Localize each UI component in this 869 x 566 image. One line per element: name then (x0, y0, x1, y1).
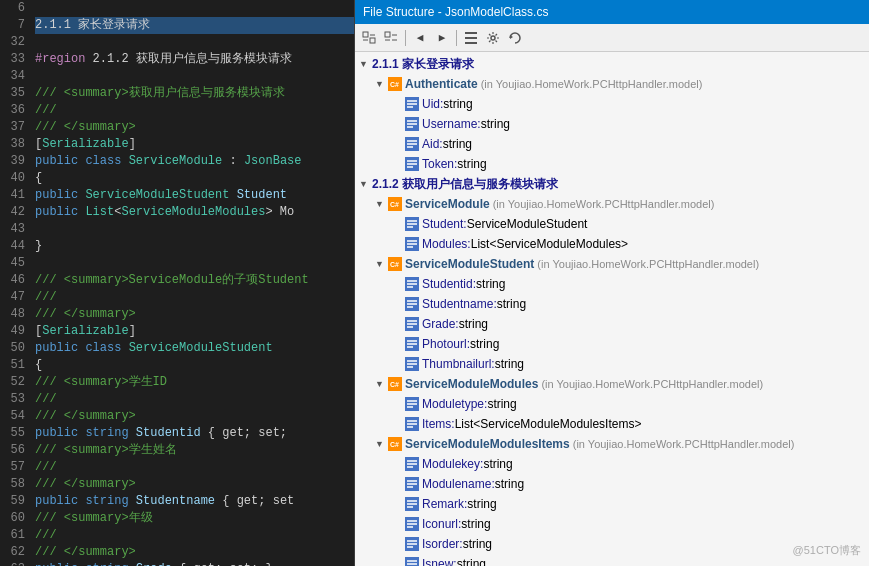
line-numbers: 6732333435363738394041424344454647484950… (0, 0, 30, 566)
field-item[interactable]: Student:ServiceModuleStudent (355, 214, 869, 234)
field-item[interactable]: Aid:string (355, 134, 869, 154)
code-line: /// </summary> (35, 544, 354, 561)
code-content: 6732333435363738394041424344454647484950… (0, 0, 354, 566)
field-name: Aid: (422, 135, 443, 153)
class-location: (in Youjiao.HomeWork.PCHttpHandler.model… (493, 195, 715, 213)
class-name: ServiceModuleStudent (405, 255, 534, 273)
code-panel: 6732333435363738394041424344454647484950… (0, 0, 355, 566)
field-name: Moduletype: (422, 395, 487, 413)
line-number: 52 (0, 374, 25, 391)
line-number: 48 (0, 306, 25, 323)
field-item[interactable]: Studentname:string (355, 294, 869, 314)
fs-content[interactable]: ▼2.1.1 家长登录请求▼C#Authenticate (in Youjiao… (355, 52, 869, 566)
field-item[interactable]: Items:List<ServiceModuleModulesItems> (355, 414, 869, 434)
svg-point-11 (491, 36, 495, 40)
navigate-back-button[interactable]: ◀ (410, 28, 430, 48)
code-line: public class ServiceModule : JsonBase (35, 153, 354, 170)
field-name: Isorder: (422, 535, 463, 553)
field-type: string (497, 295, 526, 313)
settings-button[interactable] (483, 28, 503, 48)
field-name: Modulekey: (422, 455, 483, 473)
svg-text:C#: C# (390, 261, 399, 268)
field-item[interactable]: Uid:string (355, 94, 869, 114)
code-line: /// </summary> (35, 408, 354, 425)
svg-text:C#: C# (390, 441, 399, 448)
code-line: /// (35, 102, 354, 119)
line-number: 46 (0, 272, 25, 289)
field-item[interactable]: Thumbnailurl:string (355, 354, 869, 374)
field-name: Token: (422, 155, 457, 173)
field-item[interactable]: Remark:string (355, 494, 869, 514)
field-name: Thumbnailurl: (422, 355, 495, 373)
main-container: 6732333435363738394041424344454647484950… (0, 0, 869, 566)
line-number: 34 (0, 68, 25, 85)
expand-all-button[interactable] (359, 28, 379, 48)
field-name: Photourl: (422, 335, 470, 353)
field-name: Studentname: (422, 295, 497, 313)
field-type: string (495, 475, 524, 493)
line-number: 37 (0, 119, 25, 136)
line-number: 61 (0, 527, 25, 544)
svg-text:C#: C# (390, 201, 399, 208)
field-name: Iconurl: (422, 515, 461, 533)
field-name: Student: (422, 215, 467, 233)
section-header[interactable]: ▼2.1.2 获取用户信息与服务模块请求 (355, 174, 869, 194)
code-line: /// </summary> (35, 476, 354, 493)
field-item[interactable]: Studentid:string (355, 274, 869, 294)
code-line: public List<ServiceModuleModules> Mo (35, 204, 354, 221)
line-number: 32 (0, 34, 25, 51)
line-number: 49 (0, 323, 25, 340)
field-item[interactable]: Modules:List<ServiceModuleModules> (355, 234, 869, 254)
field-name: Grade: (422, 315, 459, 333)
svg-text:C#: C# (390, 381, 399, 388)
section-header[interactable]: ▼2.1.1 家长登录请求 (355, 54, 869, 74)
line-number: 54 (0, 408, 25, 425)
field-type: string (457, 555, 486, 566)
field-type: string (463, 535, 492, 553)
class-name: ServiceModuleModulesItems (405, 435, 570, 453)
navigate-forward-button[interactable]: ▶ (432, 28, 452, 48)
class-name: Authenticate (405, 75, 478, 93)
code-line: /// (35, 459, 354, 476)
class-item[interactable]: ▼C#ServiceModuleModulesItems (in Youjiao… (355, 434, 869, 454)
line-number: 33 (0, 51, 25, 68)
code-line: #region 2.1.2 获取用户信息与服务模块请求 (35, 51, 354, 68)
class-location: (in Youjiao.HomeWork.PCHttpHandler.model… (541, 375, 763, 393)
field-item[interactable]: Username:string (355, 114, 869, 134)
class-location: (in Youjiao.HomeWork.PCHttpHandler.model… (537, 255, 759, 273)
code-line: public string Studentid { get; set; (35, 425, 354, 442)
line-number: 38 (0, 136, 25, 153)
field-type: string (443, 95, 472, 113)
class-item[interactable]: ▼C#ServiceModule (in Youjiao.HomeWork.PC… (355, 194, 869, 214)
field-item[interactable]: Token:string (355, 154, 869, 174)
watermark: @51CTO博客 (793, 543, 861, 558)
field-item[interactable]: Photourl:string (355, 334, 869, 354)
fs-wrapper: ▼2.1.1 家长登录请求▼C#Authenticate (in Youjiao… (355, 52, 869, 566)
svg-rect-4 (385, 32, 390, 37)
code-line: [Serializable] (35, 323, 354, 340)
line-number: 36 (0, 102, 25, 119)
options-button[interactable] (461, 28, 481, 48)
field-item[interactable]: Modulekey:string (355, 454, 869, 474)
file-structure-panel: File Structure - JsonModelClass.cs ◀ ▶ (355, 0, 869, 566)
field-item[interactable]: Modulename:string (355, 474, 869, 494)
collapse-all-button[interactable] (381, 28, 401, 48)
line-number: 57 (0, 459, 25, 476)
field-name: Studentid: (422, 275, 476, 293)
line-number: 47 (0, 289, 25, 306)
code-line: { (35, 357, 354, 374)
code-line: /// <summary>获取用户信息与服务模块请求 (35, 85, 354, 102)
class-item[interactable]: ▼C#Authenticate (in Youjiao.HomeWork.PCH… (355, 74, 869, 94)
line-number: 51 (0, 357, 25, 374)
field-item[interactable]: Moduletype:string (355, 394, 869, 414)
refresh-button[interactable] (505, 28, 525, 48)
field-name: Remark: (422, 495, 467, 513)
class-item[interactable]: ▼C#ServiceModuleModules (in Youjiao.Home… (355, 374, 869, 394)
class-item[interactable]: ▼C#ServiceModuleStudent (in Youjiao.Home… (355, 254, 869, 274)
line-number: 44 (0, 238, 25, 255)
code-line: /// (35, 527, 354, 544)
toolbar-separator-2 (456, 30, 457, 46)
field-type: string (481, 115, 510, 133)
field-item[interactable]: Grade:string (355, 314, 869, 334)
field-item[interactable]: Iconurl:string (355, 514, 869, 534)
